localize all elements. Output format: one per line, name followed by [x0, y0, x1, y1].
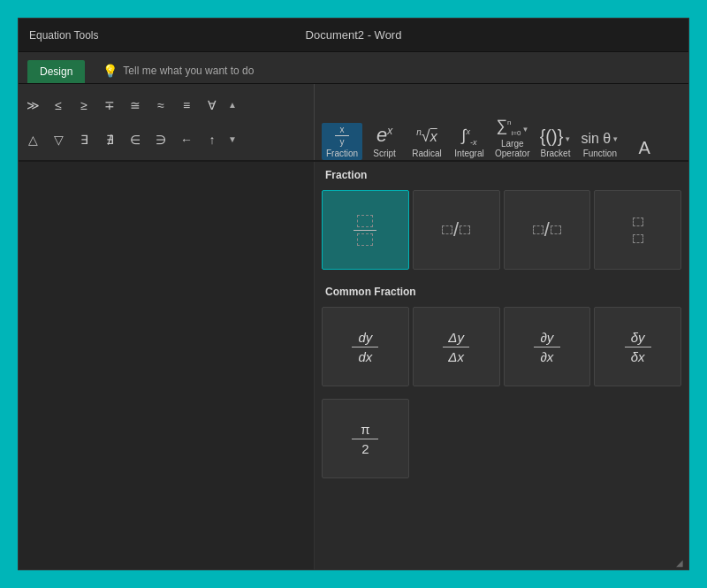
- sym-congruent[interactable]: ≅: [123, 93, 148, 118]
- large-operator-icon: ∑ni=0: [496, 117, 521, 137]
- script-label: Script: [373, 149, 396, 158]
- sym-equiv[interactable]: ≡: [174, 93, 199, 118]
- tool-script[interactable]: ex Script: [364, 122, 405, 160]
- sym-not-exists[interactable]: ∄: [97, 127, 122, 152]
- frac-denominator-box: [357, 233, 373, 246]
- sym-contains[interactable]: ∋: [148, 127, 173, 152]
- function-arrow: ▼: [612, 135, 619, 143]
- fraction-section-title: Fraction: [315, 162, 688, 187]
- fraction-icon: x y: [335, 125, 349, 147]
- function-label: Function: [583, 149, 617, 158]
- integral-label: Integral: [454, 149, 483, 158]
- title-bar: Equation Tools Document2 - Word: [19, 19, 688, 52]
- tool-accent[interactable]: A: [624, 135, 665, 160]
- sym-approx[interactable]: ≈: [148, 93, 173, 118]
- sym-minus-plus[interactable]: ∓: [97, 93, 122, 118]
- sym-geq[interactable]: ≥: [72, 93, 96, 118]
- linear-den-box: [551, 225, 561, 234]
- linear-num-box: [533, 225, 544, 234]
- tool-large-operator[interactable]: ∑ni=0 ▼ LargeOperator: [491, 115, 533, 160]
- stacked-fraction-cell[interactable]: [322, 190, 409, 270]
- nobar-num-box: [633, 218, 643, 226]
- equation-tools-label: Equation Tools: [29, 29, 99, 42]
- accent-icon: A: [639, 137, 650, 158]
- function-icon: sin θ: [581, 130, 611, 147]
- bracket-icon: {()}: [540, 126, 564, 147]
- function-with-arrow: sin θ ▼: [581, 130, 619, 147]
- bracket-label: Bracket: [541, 149, 571, 158]
- skewed-fraction-cell[interactable]: /: [413, 190, 500, 270]
- lightbulb-icon: 💡: [103, 64, 118, 78]
- tool-integral[interactable]: ∫x-x Integral: [449, 125, 490, 160]
- ribbon-content: ≫ ≤ ≥ ∓ ≅ ≈ ≡ ∀ ▲ △ ▽ ∃ ∄ ∈ ∋ ← ↑ ▼: [19, 84, 688, 162]
- main-window: Equation Tools Document2 - Word Design 💡…: [18, 18, 689, 570]
- large-op-arrow: ▼: [521, 126, 528, 134]
- linear-fraction-cell[interactable]: /: [504, 190, 591, 270]
- cfrac-pi-2[interactable]: π 2: [322, 399, 409, 478]
- sym-leq[interactable]: ≤: [46, 93, 71, 118]
- nobar-fraction-cell[interactable]: [594, 190, 681, 270]
- nobar-fraction-inner: [633, 218, 643, 243]
- large-op-with-arrow: ∑ni=0 ▼: [496, 117, 528, 137]
- sym-left-arrow[interactable]: ←: [174, 127, 199, 152]
- nobar-den-box: [633, 234, 643, 243]
- linear-fraction-inner: /: [533, 218, 561, 241]
- skew-num-box: [442, 225, 452, 234]
- fraction-label: Fraction: [326, 149, 358, 158]
- scroll-down-btn[interactable]: ▼: [225, 130, 239, 149]
- tool-bracket[interactable]: {()} ▼ Bracket: [535, 124, 575, 160]
- cfrac-partial-y-x-inner: ∂y ∂x: [534, 330, 560, 364]
- document-title: Document2 - Word: [306, 28, 402, 42]
- stacked-fraction-inner: [354, 215, 376, 246]
- tool-radical[interactable]: n√x Radical: [407, 126, 447, 160]
- symbol-row-1: ≫ ≤ ≥ ∓ ≅ ≈ ≡ ∀ ▲: [20, 88, 312, 122]
- radical-label: Radical: [412, 149, 441, 158]
- frac-numerator-box: [357, 215, 373, 227]
- scroll-up-btn[interactable]: ▲: [225, 95, 239, 115]
- sym-triangle-up[interactable]: △: [20, 127, 45, 152]
- sym-much-greater[interactable]: ≫: [20, 93, 45, 118]
- cfrac-dy-dx[interactable]: dy dx: [322, 307, 409, 386]
- frac-horiz-line: [354, 230, 376, 231]
- sym-in[interactable]: ∈: [123, 127, 148, 152]
- sym-exists[interactable]: ∃: [72, 127, 96, 152]
- bracket-with-arrow: {()} ▼: [540, 126, 572, 147]
- sym-forall[interactable]: ∀: [200, 93, 224, 118]
- left-document-panel: [19, 162, 315, 569]
- tools-panel: x y Fraction ex Script n√x Radical ∫x-x: [315, 84, 688, 160]
- tell-me-bar[interactable]: 💡 Tell me what you want to do: [103, 64, 254, 83]
- pi-fraction-grid: π 2: [315, 395, 688, 487]
- cfrac-pi-2-inner: π 2: [352, 422, 378, 456]
- fraction-dropdown-panel: Fraction /: [315, 162, 688, 569]
- fraction-grid: / /: [315, 187, 688, 279]
- resize-handle[interactable]: ◢: [676, 559, 685, 568]
- sym-up-arrow[interactable]: ↑: [200, 127, 224, 152]
- tool-fraction[interactable]: x y Fraction: [322, 123, 362, 160]
- common-fraction-grid: dy dx Δy Δx ∂y ∂x: [315, 303, 688, 395]
- cfrac-partial-y-x[interactable]: ∂y ∂x: [504, 307, 591, 386]
- tab-design[interactable]: Design: [27, 60, 85, 83]
- integral-icon: ∫x-x: [462, 126, 477, 147]
- common-fraction-title: Common Fraction: [315, 279, 688, 303]
- skew-den-box: [460, 225, 470, 234]
- tool-function[interactable]: sin θ ▼ Function: [577, 128, 622, 160]
- symbol-panel: ≫ ≤ ≥ ∓ ≅ ≈ ≡ ∀ ▲ △ ▽ ∃ ∄ ∈ ∋ ← ↑ ▼: [19, 84, 315, 160]
- cfrac-delta-y-x-inner: Δy Δx: [443, 330, 469, 364]
- cfrac-delta-lower-y-x[interactable]: δy δx: [594, 307, 681, 386]
- cfrac-dy-dx-inner: dy dx: [352, 330, 378, 364]
- skewed-fraction-inner: /: [442, 218, 470, 241]
- bracket-arrow: ▼: [564, 135, 571, 143]
- ribbon-tabs: Design 💡 Tell me what you want to do: [19, 52, 688, 84]
- cfrac-delta-lower-y-x-inner: δy δx: [625, 330, 651, 364]
- radical-icon: n√x: [416, 127, 437, 147]
- symbol-row-2: △ ▽ ∃ ∄ ∈ ∋ ← ↑ ▼: [20, 122, 312, 157]
- cfrac-delta-y-x[interactable]: Δy Δx: [413, 307, 500, 386]
- sym-triangle-down[interactable]: ▽: [46, 127, 71, 152]
- main-area: Fraction /: [19, 162, 688, 569]
- script-icon: ex: [376, 124, 392, 147]
- large-operator-label: LargeOperator: [495, 139, 529, 158]
